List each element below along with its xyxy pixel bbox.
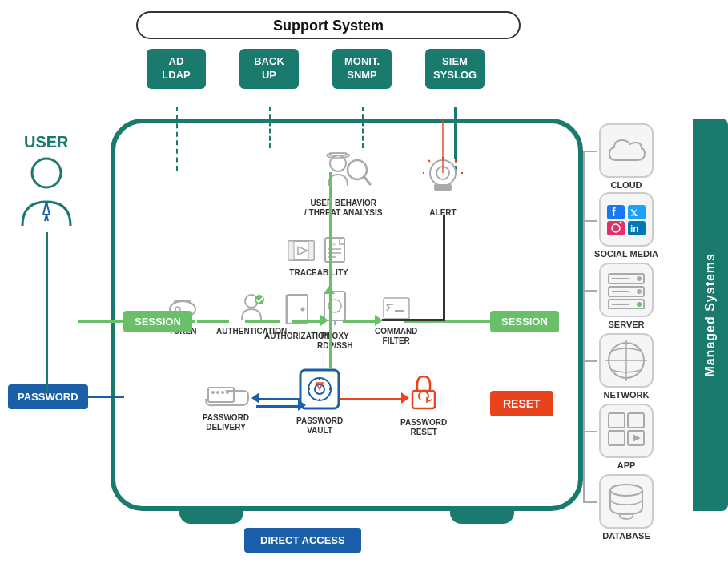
- txt-icon: .txt: [322, 236, 351, 265]
- managed-systems-bar: Managed Systems: [693, 119, 728, 511]
- arrow-authz-proxy: [292, 320, 324, 323]
- app-label: APP: [594, 460, 658, 470]
- svg-rect-76: [628, 413, 644, 428]
- film-icon: [287, 236, 316, 265]
- cmd-icon: [382, 296, 411, 320]
- cmd-filter-label: COMMANDFILTER: [375, 327, 417, 346]
- auth-icon: [237, 293, 266, 320]
- arrowhead-delivery: [251, 392, 259, 404]
- bumper-right: [450, 506, 514, 524]
- delivery-icon: [202, 375, 250, 407]
- direct-access-box: DIRECT ACCESS: [244, 528, 361, 553]
- diagram-container: Support System ADLDAP BACKUP MONIT.SNMP …: [0, 0, 728, 567]
- alert-v-line: [443, 215, 445, 319]
- support-item-backup: BACKUP: [239, 49, 299, 89]
- password-reset-item: PASSWORDRESET: [400, 373, 447, 437]
- user-label: USER: [24, 133, 69, 151]
- support-system-title: Support System: [273, 18, 384, 34]
- svg-marker-79: [633, 434, 641, 442]
- database-icon-box: [599, 474, 654, 529]
- traceability-label: TRACEABILITY: [287, 268, 351, 278]
- server-label: SERVER: [594, 320, 658, 329]
- session-left: SESSION: [123, 311, 192, 332]
- svg-marker-27: [298, 247, 308, 255]
- password-delivery-item: PASSWORDDELIVERY: [202, 375, 250, 432]
- arrow-delivery-vault-right: [256, 405, 301, 408]
- svg-line-37: [456, 160, 457, 162]
- line-cloud: [583, 151, 597, 152]
- traceability-item: .txt TRACEABILITY: [287, 236, 351, 278]
- user-behavior-item: USER BEHAVIOR/ THREAT ANALYSIS: [304, 152, 382, 218]
- line-user-session: [78, 320, 123, 323]
- arrowhead-vault-right: [298, 400, 306, 411]
- svg-point-66: [637, 302, 642, 307]
- alert-h-line: [382, 319, 445, 321]
- arrow-vault-delivery-left: [256, 398, 301, 400]
- svg-rect-54: [607, 221, 625, 235]
- reset-box: RESET: [490, 391, 553, 416]
- social-media-system: f 𝕏 in SOCIAL MEDIA: [594, 192, 658, 259]
- svg-point-45: [226, 391, 229, 394]
- svg-text:f: f: [612, 206, 616, 219]
- svg-rect-41: [208, 388, 234, 402]
- svg-point-11: [301, 308, 305, 312]
- svg-point-0: [32, 159, 61, 187]
- network-icon-box: [599, 333, 654, 388]
- arrow-auth-authz: [245, 320, 280, 323]
- support-item-monit: MONIT.SNMP: [332, 49, 392, 89]
- v-line-vault-proxy: [329, 292, 332, 369]
- arrowhead-reset: [401, 392, 409, 404]
- bumper-left: [179, 506, 243, 524]
- proxy-label: PROXYRDP/SSH: [317, 332, 352, 351]
- user-icon: [14, 155, 78, 227]
- arrow-token-auth: [197, 320, 229, 323]
- social-media-icon-box: f 𝕏 in: [599, 192, 654, 247]
- svg-point-44: [221, 391, 224, 394]
- alert-connect: [442, 119, 444, 173]
- svg-text:𝕏: 𝕏: [630, 208, 638, 218]
- svg-rect-75: [609, 413, 625, 428]
- network-system: NETWORK: [594, 333, 658, 400]
- svg-rect-26: [308, 241, 314, 260]
- svg-point-42: [211, 391, 215, 394]
- server-icon: [605, 271, 647, 309]
- svg-line-2: [46, 202, 50, 215]
- svg-point-9: [255, 295, 264, 304]
- cloud-icon: [606, 136, 646, 165]
- arrowhead-vault-proxy: [324, 286, 335, 294]
- svg-point-80: [610, 485, 642, 496]
- v-line-user-pw: [46, 232, 48, 392]
- behavior-label: USER BEHAVIOR/ THREAT ANALYSIS: [304, 199, 382, 218]
- delivery-label: PASSWORDDELIVERY: [202, 413, 250, 432]
- cloud-icon-box: [599, 123, 654, 178]
- line-social: [583, 220, 597, 222]
- line-network: [583, 360, 597, 362]
- line-pw-chassis: [78, 396, 124, 398]
- arrow-proxy-cmd: [343, 320, 378, 323]
- app-icon-box: [599, 404, 654, 458]
- v-line-right-systems: [583, 151, 585, 503]
- svg-point-43: [216, 391, 219, 394]
- svg-text:in: in: [630, 223, 639, 235]
- arrow-vault-reset: [340, 398, 404, 400]
- svg-line-21: [364, 177, 370, 184]
- social-icon: f 𝕏 in: [605, 203, 647, 235]
- db-label: DATABASE: [594, 531, 658, 541]
- cloud-label: CLOUD: [594, 180, 658, 190]
- session-right: SESSION: [490, 311, 559, 332]
- network-icon: [605, 340, 647, 381]
- vault-label: PASSWORDVAULT: [296, 416, 343, 436]
- line-server: [583, 290, 597, 292]
- support-item-ad: ADLDAP: [147, 49, 206, 89]
- managed-systems-label: Managed Systems: [703, 253, 718, 377]
- arrowhead-proxy: [320, 315, 328, 326]
- support-item-siem: SIEMSYSLOG: [425, 49, 485, 89]
- line-app: [583, 431, 597, 432]
- svg-rect-23: [330, 153, 346, 155]
- database-system: DATABASE: [594, 474, 658, 541]
- v-line-proxy-up: [329, 172, 332, 292]
- svg-rect-16: [384, 298, 409, 319]
- app-system: APP: [594, 404, 658, 470]
- line-database: [583, 501, 597, 503]
- svg-point-56: [620, 222, 622, 224]
